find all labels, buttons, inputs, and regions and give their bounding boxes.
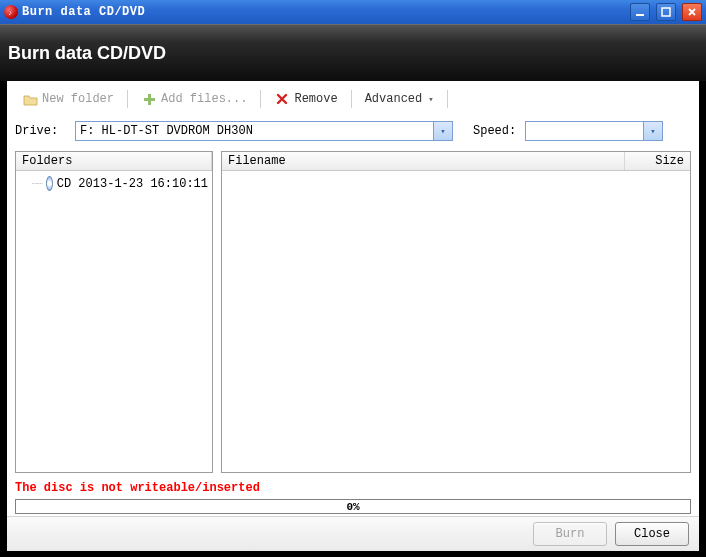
files-pane: Filename Size bbox=[221, 151, 691, 473]
footer: Burn Close bbox=[7, 516, 699, 551]
banner-heading: Burn data CD/DVD bbox=[8, 43, 166, 64]
plus-icon bbox=[141, 91, 157, 107]
drive-label: Drive: bbox=[15, 124, 69, 138]
chevron-down-icon: ▾ bbox=[428, 94, 433, 105]
cd-icon bbox=[46, 176, 53, 191]
filename-header[interactable]: Filename bbox=[222, 152, 625, 170]
folders-tree: ┈┈ CD 2013-1-23 16:10:11 bbox=[16, 171, 212, 472]
toolbar: New folder Add files... Remove Advanced … bbox=[7, 81, 699, 115]
close-button[interactable] bbox=[682, 3, 702, 21]
speed-label: Speed: bbox=[473, 124, 519, 138]
maximize-button[interactable] bbox=[656, 3, 676, 21]
remove-button[interactable]: Remove bbox=[267, 87, 344, 111]
app-icon: ♪ bbox=[4, 5, 18, 19]
advanced-button[interactable]: Advanced ▾ bbox=[358, 87, 441, 111]
new-folder-button: New folder bbox=[15, 87, 121, 111]
progress-bar: 0% bbox=[15, 499, 691, 514]
chevron-down-icon: ▾ bbox=[643, 122, 662, 140]
titlebar: ♪ Burn data CD/DVD bbox=[0, 0, 706, 24]
progress-text: 0% bbox=[16, 500, 690, 513]
banner: Burn data CD/DVD bbox=[0, 24, 706, 81]
svg-rect-2 bbox=[662, 8, 670, 16]
drive-combo[interactable]: F: HL-DT-ST DVDROM DH30N ▾ bbox=[75, 121, 453, 141]
add-files-button: Add files... bbox=[134, 87, 254, 111]
folders-pane: Folders ┈┈ CD 2013-1-23 16:10:11 bbox=[15, 151, 213, 473]
files-list bbox=[222, 171, 690, 472]
x-icon bbox=[274, 91, 290, 107]
window-title: Burn data CD/DVD bbox=[22, 5, 624, 19]
drive-combo-value: F: HL-DT-ST DVDROM DH30N bbox=[76, 124, 434, 138]
size-header[interactable]: Size bbox=[625, 152, 690, 170]
burn-button: Burn bbox=[533, 522, 607, 546]
svg-text:♪: ♪ bbox=[8, 9, 12, 16]
close-dialog-button[interactable]: Close bbox=[615, 522, 689, 546]
folder-icon bbox=[22, 91, 38, 107]
drive-speed-row: Drive: F: HL-DT-ST DVDROM DH30N ▾ Speed:… bbox=[7, 115, 699, 151]
minimize-button[interactable] bbox=[630, 3, 650, 21]
svg-rect-1 bbox=[636, 14, 644, 16]
tree-root-item[interactable]: ┈┈ CD 2013-1-23 16:10:11 bbox=[30, 175, 210, 192]
speed-combo[interactable]: ▾ bbox=[525, 121, 663, 141]
chevron-down-icon: ▾ bbox=[433, 122, 452, 140]
status-message: The disc is not writeable/inserted bbox=[7, 473, 699, 497]
tree-item-label: CD 2013-1-23 16:10:11 bbox=[57, 177, 208, 191]
folders-header[interactable]: Folders bbox=[16, 152, 212, 170]
svg-rect-4 bbox=[144, 98, 155, 101]
